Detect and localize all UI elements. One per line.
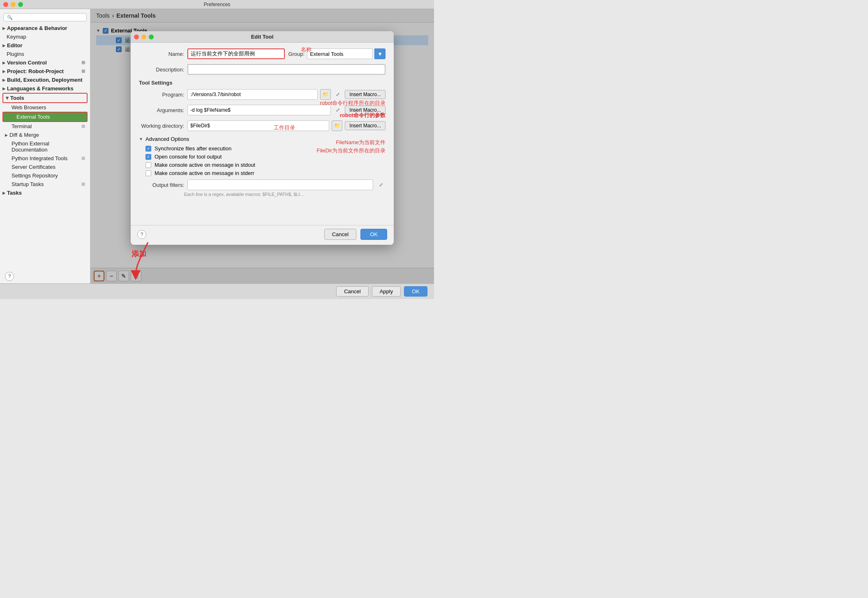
open-console-label: Open console for tool output <box>155 154 222 160</box>
sidebar-item-python-external[interactable]: Python External Documentation <box>0 139 90 154</box>
arguments-insert-macro-button[interactable]: Insert Macro... <box>345 106 386 115</box>
make-active-stdout-checkbox[interactable] <box>145 162 151 168</box>
program-value: :/Versions/3.7/bin/robot <box>190 92 241 97</box>
dialog-close-button[interactable] <box>134 34 139 39</box>
sidebar-item-keymap[interactable]: Keymap <box>0 32 90 41</box>
search-box[interactable]: 🔍 <box>3 13 87 21</box>
sidebar-item-startup-tasks[interactable]: Startup Tasks ⊞ <box>0 180 90 189</box>
program-expand-button[interactable]: ⤢ <box>333 90 342 99</box>
arrow-icon: ▶ <box>2 191 5 195</box>
sidebar-item-tools[interactable]: ▶ Tools <box>2 93 88 103</box>
arguments-value: -d log $FileName$ <box>190 107 231 113</box>
description-label: Description: <box>139 67 184 73</box>
working-dir-label: Working directory: <box>139 123 184 129</box>
open-console-checkbox[interactable]: ✓ <box>145 154 151 160</box>
arrow-icon: ▶ <box>2 61 5 65</box>
sidebar-item-build[interactable]: ▶ Build, Execution, Deployment <box>0 76 90 84</box>
open-console-row[interactable]: ✓ Open console for tool output <box>145 154 386 160</box>
arrow-icon: ▶ <box>2 44 5 48</box>
dialog-cancel-button[interactable]: Cancel <box>324 229 356 240</box>
global-cancel-button[interactable]: Cancel <box>336 286 368 297</box>
maximize-button[interactable] <box>18 2 23 7</box>
copy-icon: ⊞ <box>81 182 85 187</box>
dialog-ok-button[interactable]: OK <box>360 229 387 240</box>
sidebar-item-server-certs[interactable]: Server Certificates <box>0 163 90 171</box>
make-active-stderr-row[interactable]: Make console active on message in stderr <box>145 170 386 176</box>
program-input-group: :/Versions/3.7/bin/robot 📁 ⤢ Insert Macr… <box>187 89 386 100</box>
global-bottom-bar: Cancel Apply OK <box>0 283 434 299</box>
name-input[interactable] <box>187 48 285 59</box>
group-input[interactable] <box>307 48 373 59</box>
global-ok-button[interactable]: OK <box>404 286 427 297</box>
working-dir-folder-button[interactable]: 📁 <box>332 120 342 131</box>
sidebar-item-settings-repo[interactable]: Settings Repository <box>0 171 90 180</box>
output-filters-input[interactable] <box>187 179 373 190</box>
output-filters-expand[interactable]: ⤢ <box>376 180 386 189</box>
program-insert-macro-button[interactable]: Insert Macro... <box>345 90 386 99</box>
sidebar-item-python-integrated[interactable]: Python Integrated Tools ⊞ <box>0 154 90 163</box>
sidebar-item-label: Diff & Merge <box>9 132 39 138</box>
sidebar-item-editor[interactable]: ▶ Editor <box>0 41 90 50</box>
close-button[interactable] <box>3 2 8 7</box>
sidebar-item-label: Python Integrated Tools <box>12 155 67 161</box>
make-active-stdout-label: Make console active on message in stdout <box>155 162 255 168</box>
sidebar-item-label: Terminal <box>12 123 32 129</box>
working-dir-insert-macro-button[interactable]: Insert Macro... <box>345 121 386 130</box>
arguments-label: Arguments: <box>139 107 184 113</box>
sidebar-item-external-tools[interactable]: External Tools <box>2 112 88 122</box>
make-active-stdout-row[interactable]: Make console active on message in stdout <box>145 162 386 168</box>
group-label: Group: <box>288 51 305 57</box>
minimize-button[interactable] <box>11 2 16 7</box>
dialog-min-button[interactable] <box>141 34 146 39</box>
arrow-icon: ▶ <box>5 97 9 99</box>
program-row: Program: :/Versions/3.7/bin/robot 📁 ⤢ In… <box>139 89 386 100</box>
dialog-footer-right: Cancel OK <box>324 229 387 240</box>
arguments-input-group: -d log $FileName$ ⤢ Insert Macro... <box>187 105 386 115</box>
sync-files-checkbox[interactable]: ✓ <box>145 146 151 152</box>
name-group-row: Name: Group: ▼ <box>139 48 386 59</box>
sync-files-row[interactable]: ✓ Synchronize files after execution <box>145 145 386 152</box>
sidebar-item-diff[interactable]: ▶ Diff & Merge <box>0 131 90 139</box>
dialog-body: Name: Group: ▼ Description: <box>131 43 394 225</box>
arguments-display: -d log $FileName$ <box>187 105 331 115</box>
copy-icon: ⊞ <box>81 69 85 74</box>
sidebar-item-terminal[interactable]: Terminal ⊞ <box>0 122 90 131</box>
search-input[interactable] <box>14 14 83 20</box>
dialog-max-button[interactable] <box>149 34 154 39</box>
program-folder-button[interactable]: 📁 <box>320 89 331 100</box>
make-active-stderr-checkbox[interactable] <box>145 170 151 176</box>
sidebar-item-tasks[interactable]: ▶ Tasks <box>0 189 90 197</box>
program-display: :/Versions/3.7/bin/robot <box>187 89 318 100</box>
advanced-options-header[interactable]: ▼ Advanced Options <box>139 136 386 142</box>
name-label: Name: <box>139 51 184 57</box>
title-bar: Preferences <box>0 0 434 9</box>
help-button[interactable]: ? <box>5 272 14 281</box>
global-apply-button[interactable]: Apply <box>372 286 401 297</box>
arguments-expand-button[interactable]: ⤢ <box>333 106 342 115</box>
copy-icon: ⊞ <box>81 124 85 129</box>
sidebar-item-web-browsers[interactable]: Web Browsers <box>0 103 90 112</box>
group-dropdown[interactable]: ▼ <box>374 48 386 59</box>
content-area: Tools › External Tools ▼ ✓ External Tool… <box>90 9 434 283</box>
dialog-overlay: Edit Tool Name: Group: ▼ <box>90 9 434 283</box>
sidebar-item-version-control[interactable]: ▶ Version Control ⊞ <box>0 58 90 67</box>
dialog-footer: ? Cancel OK <box>131 225 394 245</box>
working-dir-input-group: $FileDir$ 📁 Insert Macro... <box>187 120 386 131</box>
description-input[interactable] <box>187 64 386 75</box>
sidebar-item-plugins[interactable]: Plugins <box>0 50 90 58</box>
dialog-window-controls <box>134 34 154 39</box>
sidebar-item-languages[interactable]: ▶ Languages & Frameworks <box>0 84 90 93</box>
sidebar-item-project[interactable]: ▶ Project: Robot-Project ⊞ <box>0 67 90 76</box>
sidebar-item-label: Version Control <box>7 60 47 66</box>
arrow-icon: ▶ <box>2 78 5 82</box>
sidebar-item-appearance[interactable]: ▶ Appearance & Behavior <box>0 24 90 32</box>
advanced-triangle: ▼ <box>139 137 143 141</box>
output-filters-row: Output filters: ⤢ <box>139 179 386 190</box>
working-dir-value: $FileDir$ <box>190 123 210 129</box>
output-filters-label: Output filters: <box>139 182 184 188</box>
dialog-help-button[interactable]: ? <box>137 230 146 239</box>
description-row: Description: <box>139 64 386 75</box>
sidebar-item-label: Build, Execution, Deployment <box>7 77 82 83</box>
sidebar-item-label: Settings Repository <box>12 172 58 179</box>
working-dir-display: $FileDir$ <box>187 120 329 131</box>
